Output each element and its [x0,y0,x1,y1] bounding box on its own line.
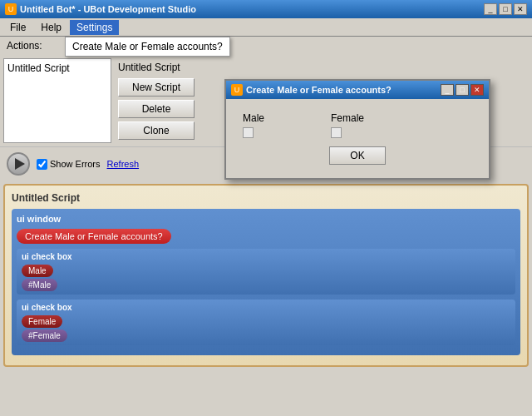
modal-minimize-button[interactable]: _ [441,84,454,96]
modal-title-bar: U Create Male or Female accounts? _ □ ✕ [226,81,489,99]
modal-body: Male Female OK [226,99,489,178]
modal-window: U Create Male or Female accounts? _ □ ✕ … [224,79,490,180]
modal-close-button[interactable]: ✕ [470,84,484,96]
modal-icon: U [231,84,243,96]
modal-ok-button[interactable]: OK [329,146,385,165]
modal-maximize-button[interactable]: □ [456,84,469,96]
modal-male-checkbox[interactable] [243,127,254,138]
modal-ok-row: OK [243,146,472,165]
modal-controls: _ □ ✕ [441,84,484,96]
modal-male-label: Male [243,112,264,124]
modal-male-col: Male [243,112,264,138]
modal-female-checkbox[interactable] [331,127,342,138]
modal-checkbox-row: Male Female [243,112,472,138]
modal-title-text: Create Male or Female accounts? [246,85,437,95]
modal-female-col: Female [331,112,364,138]
modal-female-label: Female [331,112,364,124]
modal-overlay: U Create Male or Female accounts? _ □ ✕ … [0,0,532,416]
